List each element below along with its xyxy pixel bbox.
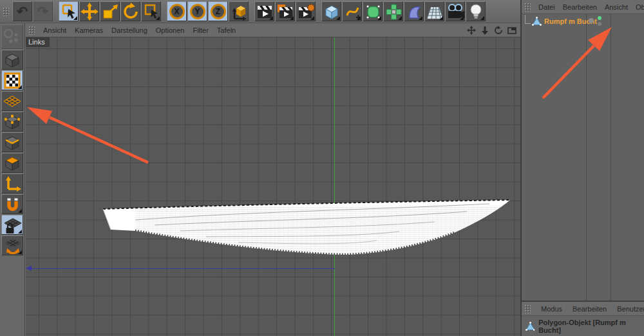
om-menu-datei[interactable]: Datei [538, 3, 555, 11]
nurbs-icon [364, 3, 382, 21]
selection-rect-icon [142, 3, 160, 21]
undo-button[interactable]: ↶ [12, 1, 32, 21]
rotate-icon [122, 3, 140, 21]
add-nurbs-button[interactable] [363, 1, 383, 21]
viewport-controls [467, 26, 516, 35]
cube-primitive-icon [323, 3, 341, 21]
scale-icon [101, 3, 119, 21]
spline-icon [343, 3, 361, 21]
om-menu-objekte[interactable]: Objekte [636, 3, 644, 11]
lock-z-axis-button[interactable]: Z [208, 1, 228, 21]
last-selection-tool-button[interactable] [141, 1, 161, 21]
add-primitive-button[interactable] [321, 1, 341, 21]
viewport-canvas[interactable]: Links [26, 37, 520, 336]
object-manager-column-divider [611, 14, 611, 302]
live-selection-icon [60, 3, 78, 21]
main-toolbar: ↶ ↷ X Y Z [0, 0, 522, 23]
polygons-mode-button[interactable] [1, 153, 23, 173]
menu-ansicht[interactable]: Ansicht [43, 26, 66, 34]
y-axis-line [334, 37, 335, 336]
add-spline-button[interactable] [342, 1, 362, 21]
edges-mode-button[interactable] [1, 132, 23, 152]
move-icon [80, 3, 99, 21]
mode-toolbar [0, 23, 25, 336]
modeling-icon [384, 3, 402, 21]
object-row[interactable]: Rumpf m Bucht [522, 15, 644, 27]
x-axis-icon: X [169, 4, 185, 19]
coordinate-system-button[interactable] [229, 1, 249, 21]
workplane-rotate-icon [3, 236, 22, 255]
object-axis-icon [3, 175, 22, 193]
render-settings-button[interactable] [296, 1, 316, 21]
model-mode-button[interactable] [1, 50, 23, 70]
object-manager-drag-handle[interactable] [524, 3, 531, 12]
zoom-view-icon[interactable] [480, 26, 489, 35]
scale-tool-button[interactable] [100, 1, 120, 21]
om-menu-ansicht[interactable]: Ansicht [605, 3, 628, 11]
make-editable-icon [3, 27, 22, 46]
rotate-view-icon[interactable] [494, 26, 503, 35]
render-view-button[interactable] [254, 1, 274, 21]
z-axis-icon: Z [211, 4, 226, 19]
viewport-panel: Ansicht Kameras Darstellung Optionen Fil… [26, 23, 520, 336]
editor-visibility-dot[interactable] [598, 16, 601, 20]
workplane-lock-button[interactable] [1, 215, 23, 235]
boat-hull-mesh[interactable] [97, 194, 515, 260]
menu-kameras[interactable]: Kameras [75, 26, 103, 34]
points-mode-button[interactable] [1, 112, 23, 132]
render-visibility-dot[interactable] [598, 22, 601, 26]
z-axis-arrowhead [26, 266, 32, 271]
rotate-tool-button[interactable] [120, 1, 140, 21]
tree-branch-line [525, 15, 531, 24]
render-view-icon [256, 3, 274, 21]
right-panel: Datei Bearbeiten Ansicht Objekte Rumpf m… [520, 0, 644, 336]
lock-y-axis-button[interactable]: Y [187, 1, 207, 21]
toggle-view-icon[interactable] [507, 26, 516, 35]
texture-axis-mode-button[interactable] [1, 91, 23, 111]
y-axis-icon: Y [190, 4, 205, 19]
make-editable-button[interactable] [1, 25, 23, 49]
points-mode-icon [3, 113, 22, 131]
attribute-manager-menubar: Modus Bearbeiten Benutzer [522, 302, 644, 316]
live-selection-button[interactable] [59, 1, 79, 21]
polygons-mode-icon [3, 154, 22, 172]
viewport-drag-handle[interactable] [28, 26, 35, 35]
polygon-object-icon [532, 17, 542, 26]
add-modeling-button[interactable] [383, 1, 403, 21]
add-environment-button[interactable] [424, 1, 444, 21]
pan-view-icon[interactable] [467, 26, 476, 35]
camera-icon [446, 3, 464, 21]
am-menu-modus[interactable]: Modus [541, 305, 562, 313]
menu-darstellung[interactable]: Darstellung [111, 26, 147, 34]
move-tool-button[interactable] [79, 1, 99, 21]
redo-icon: ↷ [37, 5, 49, 18]
snap-settings-button[interactable] [1, 194, 23, 214]
lock-x-axis-button[interactable]: X [167, 1, 187, 21]
attribute-title: Polygon-Objekt [Rumpf m Bucht] [538, 319, 644, 334]
render-region-button[interactable] [275, 1, 295, 21]
om-menu-bearbeiten[interactable]: Bearbeiten [563, 3, 597, 11]
object-enable-dot[interactable] [589, 18, 594, 23]
menu-filter[interactable]: Filter [193, 26, 208, 34]
render-region-icon [276, 3, 294, 21]
floor-grid-icon [426, 3, 444, 21]
texture-checkerboard-icon [3, 72, 21, 90]
add-light-button[interactable] [466, 1, 486, 21]
magnet-icon [3, 195, 22, 213]
menu-optionen[interactable]: Optionen [156, 26, 185, 34]
render-settings-icon [297, 3, 315, 21]
texture-mode-button[interactable] [1, 70, 23, 90]
attribute-manager: Modus Bearbeiten Benutzer Polygon-Objekt… [522, 301, 644, 336]
am-menu-bearbeiten[interactable]: Bearbeiten [573, 305, 607, 313]
attribute-manager-drag-handle[interactable] [524, 304, 531, 313]
menu-tafeln[interactable]: Tafeln [217, 26, 236, 34]
am-menu-benutzer[interactable]: Benutzer [617, 305, 644, 313]
add-camera-button[interactable] [445, 1, 465, 21]
toolbar-drag-handle[interactable] [3, 7, 9, 16]
workplane-rotate-button[interactable] [1, 235, 23, 255]
object-manager-menubar: Datei Bearbeiten Ansicht Objekte [522, 0, 644, 14]
redo-button[interactable]: ↷ [33, 1, 53, 21]
object-axis-mode-button[interactable] [1, 173, 23, 193]
add-deformer-button[interactable] [404, 1, 424, 21]
undo-icon: ↶ [17, 5, 28, 18]
